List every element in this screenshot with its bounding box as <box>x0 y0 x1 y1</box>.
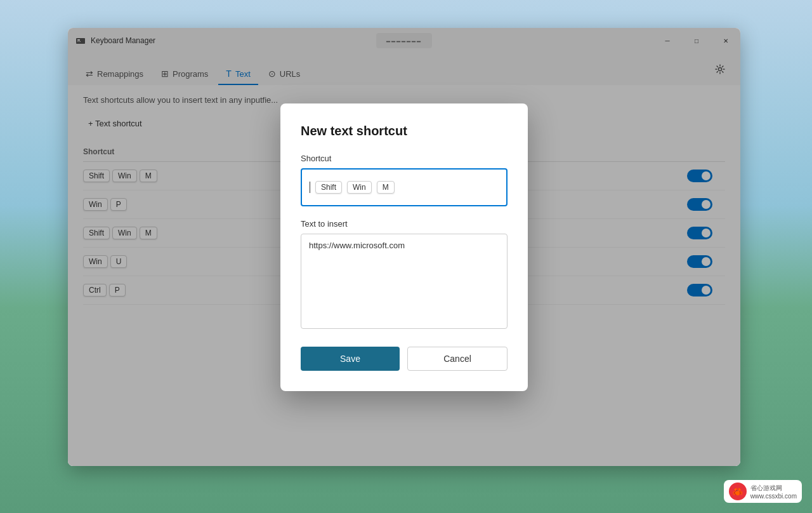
modal-dialog: New text shortcut Shortcut Shift Win M T… <box>280 103 528 391</box>
modal-title: New text shortcut <box>301 124 508 138</box>
modal-buttons: Save Cancel <box>301 347 508 371</box>
watermark: 🦀 省心游戏网 www.cssxbi.com <box>724 480 802 503</box>
modal-overlay: New text shortcut Shortcut Shift Win M T… <box>68 28 740 466</box>
app-window: Keyboard Manager ━━━━━━━ ─ □ ✕ ⇄ Remappi… <box>68 28 740 466</box>
key-win: Win <box>347 181 372 194</box>
shortcut-label: Shortcut <box>301 154 508 163</box>
cancel-button[interactable]: Cancel <box>407 347 508 371</box>
text-insert-input[interactable]: https://www.microsoft.com <box>301 234 508 329</box>
text-insert-label: Text to insert <box>301 219 508 229</box>
watermark-text: 省心游戏网 www.cssxbi.com <box>750 484 797 500</box>
key-m: M <box>377 181 395 194</box>
watermark-icon: 🦀 <box>729 483 747 500</box>
key-shift: Shift <box>315 181 342 194</box>
shortcut-section: Shortcut Shift Win M <box>301 154 508 206</box>
save-button[interactable]: Save <box>301 347 400 371</box>
text-insert-section: Text to insert https://www.microsoft.com <box>301 219 508 331</box>
shortcut-input[interactable]: Shift Win M <box>301 168 508 206</box>
text-cursor <box>310 182 310 193</box>
